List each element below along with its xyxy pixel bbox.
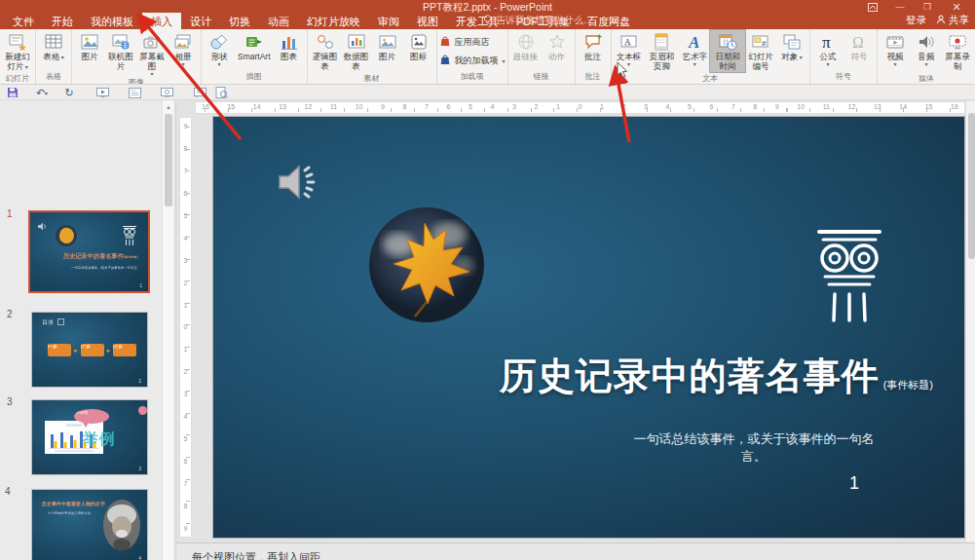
data-chart-button[interactable]: 数据图表 <box>341 30 372 72</box>
logic-chart-icon <box>316 32 335 52</box>
undo-button[interactable]: ↶▾ <box>29 86 55 99</box>
textbox-button[interactable]: A 文本框 <box>614 30 645 66</box>
chart-button[interactable]: 图表 <box>274 30 305 62</box>
object-button[interactable]: 对象 <box>776 30 807 62</box>
header-footer-icon <box>652 32 671 52</box>
notes-pane[interactable]: 每个视图位置，再划入间距 <box>176 542 975 560</box>
audio-button[interactable]: 音频 <box>911 30 942 66</box>
tab-view[interactable]: 视图 <box>408 13 447 29</box>
minimize-button[interactable]: — <box>887 0 913 14</box>
slideshow-from-start-button[interactable] <box>94 86 111 99</box>
datetime-icon <box>718 32 737 52</box>
slide-canvas[interactable]: 历史记录中的著名事件(事件标题) 一句话总结该事件，或关于该事件的一句名言。 1 <box>213 117 964 538</box>
slide-number-button[interactable]: # 幻灯片编号 <box>745 30 776 72</box>
thumbnail-scroll-up-icon[interactable]: ▲ <box>163 101 174 113</box>
tell-me-search[interactable]: 告诉我您想要做什么... <box>483 14 591 27</box>
thumb2-header: 目录 <box>42 318 54 327</box>
close-button[interactable]: ✕ <box>944 0 969 14</box>
ribbon-group-links: 超链接 动作 链接 <box>508 29 576 84</box>
slide-thumbnail-3[interactable]: 事件说明 举例 3 <box>31 399 148 475</box>
slide-thumbnail-1[interactable]: 历史记录中的著名事件(事件标题) 一句话总结该事件，或关于该事件的一句名言。 1 <box>28 210 150 293</box>
ribbon-group-slides: 新建幻灯片 幻灯片 <box>0 29 36 84</box>
video-button[interactable]: 视频 <box>880 30 911 66</box>
audio-speaker-icon[interactable] <box>276 163 320 205</box>
vertical-ruler-numbers: 9876543210123456789 <box>180 118 191 537</box>
print-preview-button[interactable] <box>212 86 230 99</box>
pictures-button[interactable]: 图片 <box>74 30 105 62</box>
tab-design[interactable]: 设计 <box>181 13 220 29</box>
thumb2-steps: 第一步 ▸ 第二步 ▸ 第三步 <box>48 344 136 356</box>
app-store-button[interactable]: 应用商店 <box>439 35 490 49</box>
column-logo-icon <box>815 226 883 327</box>
shapes-button[interactable]: 形状 <box>204 30 235 66</box>
comment-button[interactable]: 批注 <box>578 30 609 62</box>
ribbon-group-comments: 批注 批注 <box>576 29 612 84</box>
thumb4-subtitle: 十分简短的有关该人物的介绍 <box>48 511 91 516</box>
lightbulb-icon <box>483 15 492 27</box>
screenshot-icon <box>142 32 162 52</box>
online-pictures-button[interactable]: 联机图片 <box>105 30 136 72</box>
group-label-tables: 表格 <box>46 70 61 84</box>
action-icon <box>547 32 567 52</box>
symbol-button[interactable]: Ω 符号 <box>844 30 875 62</box>
hyperlink-icon <box>516 32 536 52</box>
ribbon-group-illustrations: 形状 SmartArt 图表 插图 <box>202 29 308 84</box>
smartart-icon <box>244 32 264 52</box>
tab-review[interactable]: 审阅 <box>369 13 408 29</box>
my-addins-button[interactable]: 我的加载项 ▾ <box>439 54 506 67</box>
table-button[interactable]: 表格 <box>38 30 69 62</box>
thumbnail-number-4: 4 <box>5 486 22 497</box>
video-icon <box>885 32 905 52</box>
tab-my-template[interactable]: 我的模板 <box>82 13 142 29</box>
header-footer-button[interactable]: 页眉和页脚 <box>645 30 680 72</box>
editor-scrollbar[interactable] <box>965 101 975 560</box>
logic-chart-button[interactable]: 逻辑图表 <box>310 30 341 72</box>
slide-title[interactable]: 历史记录中的著名事件(事件标题) <box>251 352 933 401</box>
equation-button[interactable]: π 公式 <box>812 30 844 66</box>
screen-recording-button[interactable]: 屏幕录制 <box>942 30 973 72</box>
restore-button[interactable]: ❐ <box>915 0 940 14</box>
tab-transitions[interactable]: 切换 <box>220 13 259 29</box>
online-pictures-icon <box>111 32 131 52</box>
wordart-button[interactable]: A 艺术字 <box>679 30 710 66</box>
smartart-button[interactable]: SmartArt <box>235 30 274 62</box>
tab-insert[interactable]: 插入 <box>142 13 181 29</box>
share-button[interactable]: 共享 <box>936 14 969 27</box>
asset-pictures-button[interactable]: 图片 <box>372 30 403 62</box>
slide-thumbnail-2[interactable]: 目录 第一步 ▸ 第二步 ▸ 第三步 2 <box>31 312 148 388</box>
data-chart-icon <box>347 32 366 52</box>
thumb2-page-number: 2 <box>138 378 141 384</box>
table-icon <box>44 32 63 52</box>
tab-slideshow[interactable]: 幻灯片放映 <box>298 13 369 29</box>
thumbnail-number-2: 2 <box>7 309 24 319</box>
slide-subtitle[interactable]: 一句话总结该事件，或关于该事件的一句名言。 <box>622 430 885 466</box>
object-icon <box>782 32 802 52</box>
projector-button[interactable] <box>191 86 208 99</box>
asset-icons-button[interactable]: 图标 <box>403 30 434 62</box>
action-button[interactable]: 动作 <box>542 30 573 62</box>
thumb3-callout-tail <box>83 423 89 428</box>
my-addins-icon <box>439 54 451 67</box>
slide-view-button[interactable] <box>126 86 143 99</box>
photo-album-button[interactable]: 相册 <box>168 30 199 66</box>
thumbnail-scrollbar[interactable]: ▲ <box>162 100 173 560</box>
datetime-button[interactable]: 日期和时间 <box>710 30 745 72</box>
thumb3-page-number: 3 <box>138 466 141 471</box>
signin-link[interactable]: 登录 <box>906 14 926 27</box>
slide-thumbnail-4[interactable]: 历史事件中最重要人物的名字 十分简短的有关该人物的介绍 4 <box>31 489 148 560</box>
thumbnail-scroll-thumb[interactable] <box>165 114 172 206</box>
redo-button[interactable]: ↻ <box>60 86 78 99</box>
save-button[interactable] <box>4 86 21 99</box>
new-slide-button[interactable]: 新建幻灯片 <box>2 30 33 72</box>
editor-scroll-thumb[interactable] <box>968 113 975 259</box>
leaf-image[interactable] <box>369 207 484 326</box>
hyperlink-button[interactable]: 超链接 <box>510 30 542 62</box>
vertical-ruler: 9876543210123456789 <box>179 117 192 538</box>
presenter-view-button[interactable] <box>158 86 175 99</box>
screenshot-button[interactable]: 屏幕截图 <box>136 30 168 76</box>
tab-animations[interactable]: 动画 <box>259 13 298 29</box>
tab-file[interactable]: 文件 <box>4 13 43 29</box>
tab-home[interactable]: 开始 <box>43 13 82 29</box>
ribbon-display-options-button[interactable] <box>860 0 885 14</box>
thumb2-header-icon <box>57 318 64 325</box>
